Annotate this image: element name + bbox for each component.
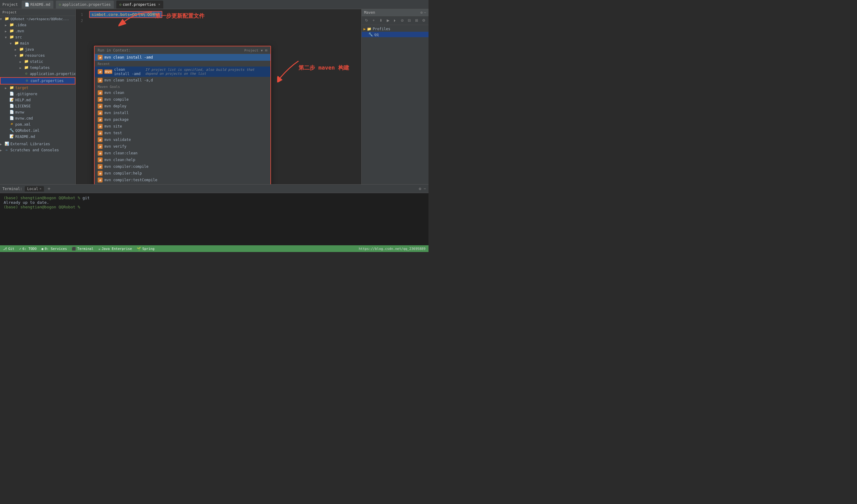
popup-goal-item[interactable]: mmvn compiler:compile bbox=[95, 163, 270, 170]
folder-icon: 📁 bbox=[19, 53, 24, 58]
sidebar-item-resources[interactable]: ▼ 📁 resources bbox=[0, 52, 75, 58]
expand-button[interactable]: ⊞ bbox=[414, 17, 419, 23]
sidebar-item-gitignore[interactable]: ▶ 📄 .gitignore bbox=[0, 91, 75, 97]
run-context-popup: Run in Context: Project ▼ ⊟ m mvn clean … bbox=[94, 46, 271, 184]
sidebar-item-mvnw[interactable]: ▶ 📄 mvnw bbox=[0, 109, 75, 115]
popup-goals-list[interactable]: mmvn cleanmmvn compilemmvn deploymmvn in… bbox=[95, 89, 270, 184]
goal-label: mvn validate bbox=[104, 138, 131, 142]
sidebar-item-label: target bbox=[15, 86, 28, 90]
status-git[interactable]: ⎇ Git bbox=[3, 247, 14, 251]
popup-goal-item[interactable]: mmvn site bbox=[95, 123, 270, 130]
popup-goal-item[interactable]: mmvn deploy bbox=[95, 103, 270, 109]
sidebar-item-scratches[interactable]: ▶ ✏ Scratches and Consoles bbox=[0, 147, 75, 153]
mvn-icon: m bbox=[98, 117, 103, 122]
popup-overlay: Run in Context: Project ▼ ⊟ m mvn clean … bbox=[76, 46, 362, 184]
collapse-button[interactable]: ⊟ bbox=[406, 17, 412, 23]
popup-goal-item[interactable]: mmvn install bbox=[95, 109, 270, 116]
expand-arrow: ▶ bbox=[0, 142, 4, 146]
sidebar-item-external[interactable]: ▶ 📊 External Libraries bbox=[0, 141, 75, 147]
popup-goal-item[interactable]: mmvn clean bbox=[95, 89, 270, 96]
tabs-bar: Project 📄 README.md ⚙ application.proper… bbox=[0, 0, 428, 9]
refresh-button[interactable]: ↻ bbox=[364, 17, 369, 23]
minus-icon[interactable]: − bbox=[424, 11, 426, 15]
popup-item-recent[interactable]: m mvn clean install -amd If project list… bbox=[95, 67, 270, 77]
status-services[interactable]: ◉ 0: Services bbox=[41, 247, 67, 251]
sidebar-item-target[interactable]: ▶ 📁 target bbox=[0, 85, 75, 91]
goal-label: mvn clean bbox=[104, 91, 124, 95]
folder-icon: 📁 bbox=[24, 65, 29, 70]
skip-tests-button[interactable]: ⊘ bbox=[399, 17, 405, 23]
popup-goal-item[interactable]: mmvn clean:help bbox=[95, 157, 270, 163]
close-local-tab[interactable]: × bbox=[39, 187, 41, 191]
sidebar-item-label: application.properties bbox=[30, 72, 76, 76]
sidebar-item-mvn[interactable]: ▶ 📁 .mvn bbox=[0, 28, 75, 34]
sidebar-item-java[interactable]: ▶ 📁 java bbox=[0, 46, 75, 52]
sidebar-item-mvnwcmd[interactable]: ▶ 📄 mvnw.cmd bbox=[0, 115, 75, 121]
mvn-icon: m bbox=[98, 110, 103, 115]
maven-item-profiles[interactable]: ▶ 📁 Profiles bbox=[362, 26, 428, 32]
status-spring[interactable]: 🌱 Spring bbox=[137, 247, 154, 251]
status-todo[interactable]: ✓ 6: TODO bbox=[19, 247, 37, 251]
popup-item-mvn-clean-install[interactable]: m mvn clean install -amd bbox=[95, 54, 270, 61]
sidebar-item-readmemd[interactable]: ▶ 📝 README.md bbox=[0, 134, 75, 140]
terminal-tab-local[interactable]: Local × bbox=[25, 186, 44, 192]
tab-conf[interactable]: ⚙ conf.properties × bbox=[116, 1, 163, 8]
terminal-prompt: (base) shengtian@bogon QQRobot % bbox=[4, 195, 80, 200]
editor-content[interactable]: 1 2 simbot.core.bots=QQ号码:QQ密码 bbox=[76, 9, 362, 184]
terminal-gear-icon[interactable]: ⚙ bbox=[419, 186, 421, 191]
sidebar-item-qqrobotiml[interactable]: ▶ 🔧 QQRobot.iml bbox=[0, 127, 75, 134]
popup-item-mvn-clean-ad[interactable]: m mvn clean install -a,d bbox=[95, 77, 270, 84]
sidebar-item-idea[interactable]: ▶ 📁 .idea bbox=[0, 22, 75, 28]
mvn-icon: m bbox=[98, 97, 103, 102]
terminal-minus-icon[interactable]: − bbox=[424, 186, 426, 191]
popup-section-recent: Recent bbox=[95, 61, 270, 67]
sidebar-item-qqrobot[interactable]: ▼ 📁 QQRobot ~/workspace/QQRobc... bbox=[0, 16, 75, 22]
popup-goal-item[interactable]: mmvn clean:clean bbox=[95, 150, 270, 157]
popup-goal-item[interactable]: mmvn compile bbox=[95, 96, 270, 103]
popup-goal-item[interactable]: mmvn compiler:testCompile bbox=[95, 177, 270, 184]
application-icon: ⚙ bbox=[59, 2, 61, 7]
gear-icon[interactable]: ⚙ bbox=[421, 11, 423, 15]
popup-title: Run in Context: bbox=[98, 48, 131, 52]
popup-goal-item[interactable]: mmvn compiler:help bbox=[95, 170, 270, 177]
add-button[interactable]: + bbox=[370, 17, 376, 23]
sidebar-item-helpmd[interactable]: ▶ 📝 HELP.md bbox=[0, 97, 75, 103]
services-label: 0: Services bbox=[45, 247, 67, 251]
editor-area: 1 2 simbot.core.bots=QQ号码:QQ密码 bbox=[76, 9, 362, 184]
status-terminal[interactable]: ⬛ Terminal bbox=[72, 247, 94, 251]
tab-readme[interactable]: 📄 README.md bbox=[22, 1, 53, 8]
sidebar-item-templates[interactable]: ▶ 📁 templates bbox=[0, 65, 75, 71]
maven-header-controls: ⚙ − bbox=[421, 11, 426, 15]
sidebar-item-static[interactable]: ▶ 📁 static bbox=[0, 58, 75, 65]
popup-goal-item[interactable]: mmvn test bbox=[95, 130, 270, 136]
sidebar-item-pom[interactable]: ▶ m pom.xml bbox=[0, 121, 75, 127]
popup-goal-item[interactable]: mmvn verify bbox=[95, 143, 270, 150]
gear-settings-button[interactable]: ⚙ bbox=[421, 17, 427, 23]
sidebar-item-application-prop[interactable]: ▶ ⚙ application.properties bbox=[0, 71, 75, 77]
close-tab-conf[interactable]: × bbox=[158, 2, 160, 6]
run-button[interactable]: ▶ bbox=[385, 17, 391, 23]
popup-goal-item[interactable]: mmvn deploy:deploy bbox=[95, 184, 270, 184]
maven-item-qq[interactable]: 🔧 qq bbox=[362, 32, 428, 37]
sidebar-item-label: java bbox=[25, 47, 34, 52]
spring-icon: 🌱 bbox=[137, 247, 141, 251]
sidebar-item-src[interactable]: ▼ 📁 src bbox=[0, 34, 75, 40]
tab-application[interactable]: ⚙ application.properties bbox=[56, 1, 114, 8]
tab-application-label: application.properties bbox=[62, 2, 111, 7]
project-label: Project bbox=[2, 2, 18, 7]
run-debug-button[interactable]: ⏵ bbox=[392, 17, 398, 23]
sidebar-item-main[interactable]: ▼ 📁 main bbox=[0, 40, 75, 46]
sidebar-item-conf-prop[interactable]: ▶ ⚙ conf.properties bbox=[0, 77, 75, 85]
popup-goal-item[interactable]: mmvn package bbox=[95, 116, 270, 123]
sidebar-item-license[interactable]: ▶ 📄 LICENSE bbox=[0, 103, 75, 109]
terminal-cmd: git bbox=[82, 195, 89, 200]
popup-goal-item[interactable]: mmvn validate bbox=[95, 136, 270, 143]
status-url[interactable]: https://blog.csdn.net/qq_23695889 bbox=[358, 247, 425, 251]
add-terminal-button[interactable]: + bbox=[46, 186, 52, 192]
prop-icon: ⚙ bbox=[24, 71, 29, 76]
scratches-icon: ✏ bbox=[4, 147, 9, 153]
download-button[interactable]: ⬇ bbox=[378, 17, 384, 23]
status-java-enterprise[interactable]: ☕ Java Enterprise bbox=[98, 247, 132, 251]
terminal-content[interactable]: (base) shengtian@bogon QQRobot % git Alr… bbox=[0, 193, 428, 245]
mvn-icon: m bbox=[98, 144, 103, 149]
